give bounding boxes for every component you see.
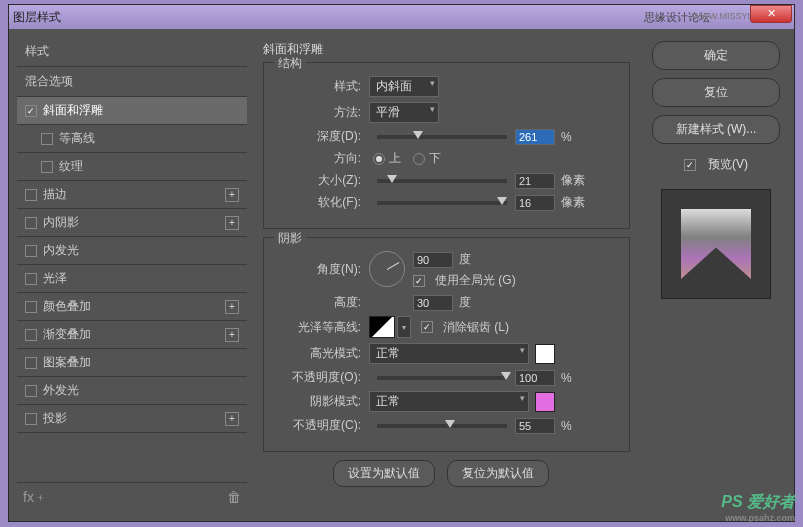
sidebar-item-satin[interactable]: 光泽 [17,265,247,293]
hilite-color-swatch[interactable] [535,344,555,364]
checkbox-icon[interactable] [25,329,37,341]
section-title: 斜面和浮雕 [263,41,630,58]
titlebar[interactable]: 图层样式 思缘设计论坛 WWW.MISSYUAN.COM ✕ [9,5,794,29]
cancel-button[interactable]: 复位 [652,78,780,107]
add-icon[interactable]: + [225,188,239,202]
shading-fieldset: 阴影 角度(N): 90 度 使用全局光 (G) [263,237,630,452]
hilite-opacity-slider[interactable] [377,376,507,380]
antialias-label: 消除锯齿 (L) [443,319,509,336]
close-button[interactable]: ✕ [750,5,792,23]
ok-button[interactable]: 确定 [652,41,780,70]
sidebar-item-label: 纹理 [59,158,83,175]
checkbox-icon[interactable] [25,385,37,397]
hilite-opacity-input[interactable]: 100 [515,370,555,386]
up-label: 上 [389,150,401,167]
gloss-label: 光泽等高线: [274,319,369,336]
sidebar-item-label: 内发光 [43,242,79,259]
shadow-mode-label: 阴影模式: [274,393,369,410]
layer-style-dialog: 图层样式 思缘设计论坛 WWW.MISSYUAN.COM ✕ 样式 混合选项 斜… [8,4,795,522]
direction-down-radio[interactable] [413,153,425,165]
gloss-dropdown[interactable]: ▾ [397,316,411,338]
sidebar-item-bevel[interactable]: 斜面和浮雕 [17,97,247,125]
sidebar-item-label: 斜面和浮雕 [43,102,103,119]
checkbox-icon[interactable] [25,105,37,117]
sidebar-header-styles[interactable]: 样式 [17,37,247,67]
styles-sidebar: 样式 混合选项 斜面和浮雕 等高线 纹理 描边 + 内阴影 [17,37,247,513]
sidebar-item-outer-glow[interactable]: 外发光 [17,377,247,405]
checkbox-icon[interactable] [41,133,53,145]
reset-default-button[interactable]: 复位为默认值 [447,460,549,487]
add-icon[interactable]: + [225,328,239,342]
shadow-opacity-input[interactable]: 55 [515,418,555,434]
hilite-mode-label: 高光模式: [274,345,369,362]
add-icon[interactable]: + [225,412,239,426]
global-light-label: 使用全局光 (G) [435,272,516,289]
sidebar-footer: fx﹢ 🗑 [17,482,247,513]
depth-input[interactable]: 261 [515,129,555,145]
make-default-button[interactable]: 设置为默认值 [333,460,435,487]
checkbox-icon[interactable] [25,189,37,201]
add-icon[interactable]: + [225,216,239,230]
down-label: 下 [429,150,441,167]
shadow-mode-select[interactable]: 正常 [369,391,529,412]
sidebar-item-gradient-overlay[interactable]: 渐变叠加 + [17,321,247,349]
direction-up-radio[interactable] [373,153,385,165]
sidebar-item-texture[interactable]: 纹理 [17,153,247,181]
gloss-contour-swatch[interactable] [369,316,395,338]
sidebar-item-stroke[interactable]: 描边 + [17,181,247,209]
depth-slider[interactable] [377,135,507,139]
depth-unit: % [561,130,572,144]
hilite-opacity-label: 不透明度(O): [274,369,369,386]
angle-input[interactable]: 90 [413,252,453,268]
checkbox-icon[interactable] [25,357,37,369]
shadow-opacity-slider[interactable] [377,424,507,428]
altitude-label: 高度: [274,294,369,311]
structure-fieldset: 结构 样式: 内斜面 方法: 平滑 深度(D): 261 % 方向: [263,62,630,229]
checkbox-icon[interactable] [41,161,53,173]
window-title: 图层样式 [13,9,644,26]
sidebar-item-pattern-overlay[interactable]: 图案叠加 [17,349,247,377]
checkbox-icon[interactable] [25,413,37,425]
angle-label: 角度(N): [274,251,369,278]
shadow-opacity-unit: % [561,419,572,433]
sidebar-header-blend[interactable]: 混合选项 [17,67,247,97]
altitude-input[interactable]: 30 [413,295,453,311]
technique-label: 方法: [274,104,369,121]
trash-icon[interactable]: 🗑 [227,489,241,507]
sidebar-item-contour[interactable]: 等高线 [17,125,247,153]
preview-label: 预览(V) [708,156,748,173]
sidebar-item-label: 投影 [43,410,67,427]
global-light-checkbox[interactable] [413,275,425,287]
sidebar-item-drop-shadow[interactable]: 投影 + [17,405,247,433]
add-icon[interactable]: + [225,300,239,314]
soften-slider[interactable] [377,201,507,205]
technique-select[interactable]: 平滑 [369,102,439,123]
fx-icon[interactable]: fx﹢ [23,489,48,507]
size-unit: 像素 [561,172,585,189]
sidebar-item-color-overlay[interactable]: 颜色叠加 + [17,293,247,321]
sidebar-item-inner-shadow[interactable]: 内阴影 + [17,209,247,237]
hilite-mode-select[interactable]: 正常 [369,343,529,364]
checkbox-icon[interactable] [25,245,37,257]
size-input[interactable]: 21 [515,173,555,189]
preview-checkbox[interactable] [684,159,696,171]
checkbox-icon[interactable] [25,301,37,313]
new-style-button[interactable]: 新建样式 (W)... [652,115,780,144]
sidebar-item-inner-glow[interactable]: 内发光 [17,237,247,265]
angle-control[interactable] [369,251,405,287]
sidebar-item-label: 渐变叠加 [43,326,91,343]
depth-label: 深度(D): [274,128,369,145]
preview-box [661,189,771,299]
soften-input[interactable]: 16 [515,195,555,211]
antialias-checkbox[interactable] [421,321,433,333]
altitude-unit: 度 [459,294,471,311]
size-label: 大小(Z): [274,172,369,189]
size-slider[interactable] [377,179,507,183]
checkbox-icon[interactable] [25,273,37,285]
sidebar-item-label: 描边 [43,186,67,203]
style-select[interactable]: 内斜面 [369,76,439,97]
shadow-color-swatch[interactable] [535,392,555,412]
checkbox-icon[interactable] [25,217,37,229]
sidebar-item-label: 颜色叠加 [43,298,91,315]
watermark: PS 爱好者 www.psahz.com [721,492,795,523]
